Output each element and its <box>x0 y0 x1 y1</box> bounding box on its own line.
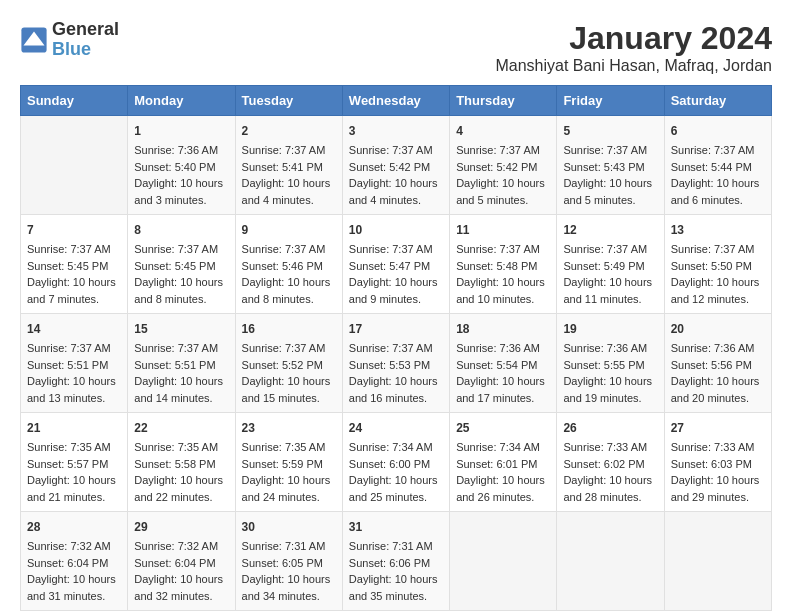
day-info: Sunrise: 7:37 AM Sunset: 5:42 PM Dayligh… <box>456 144 545 206</box>
weekday-header: Tuesday <box>235 86 342 116</box>
day-info: Sunrise: 7:37 AM Sunset: 5:48 PM Dayligh… <box>456 243 545 305</box>
day-info: Sunrise: 7:37 AM Sunset: 5:46 PM Dayligh… <box>242 243 331 305</box>
calendar-cell: 15Sunrise: 7:37 AM Sunset: 5:51 PM Dayli… <box>128 314 235 413</box>
day-info: Sunrise: 7:34 AM Sunset: 6:01 PM Dayligh… <box>456 441 545 503</box>
day-number: 20 <box>671 320 765 338</box>
day-number: 4 <box>456 122 550 140</box>
calendar-cell: 30Sunrise: 7:31 AM Sunset: 6:05 PM Dayli… <box>235 512 342 611</box>
calendar-cell: 1Sunrise: 7:36 AM Sunset: 5:40 PM Daylig… <box>128 116 235 215</box>
calendar-cell: 14Sunrise: 7:37 AM Sunset: 5:51 PM Dayli… <box>21 314 128 413</box>
day-number: 26 <box>563 419 657 437</box>
day-info: Sunrise: 7:35 AM Sunset: 5:58 PM Dayligh… <box>134 441 223 503</box>
weekday-header: Sunday <box>21 86 128 116</box>
logo: General Blue <box>20 20 119 60</box>
calendar-cell: 11Sunrise: 7:37 AM Sunset: 5:48 PM Dayli… <box>450 215 557 314</box>
day-number: 25 <box>456 419 550 437</box>
day-info: Sunrise: 7:37 AM Sunset: 5:53 PM Dayligh… <box>349 342 438 404</box>
day-number: 9 <box>242 221 336 239</box>
logo-text: General Blue <box>52 20 119 60</box>
calendar-cell: 6Sunrise: 7:37 AM Sunset: 5:44 PM Daylig… <box>664 116 771 215</box>
day-info: Sunrise: 7:37 AM Sunset: 5:52 PM Dayligh… <box>242 342 331 404</box>
day-info: Sunrise: 7:31 AM Sunset: 6:06 PM Dayligh… <box>349 540 438 602</box>
day-number: 11 <box>456 221 550 239</box>
day-number: 12 <box>563 221 657 239</box>
calendar-cell: 7Sunrise: 7:37 AM Sunset: 5:45 PM Daylig… <box>21 215 128 314</box>
calendar-week-row: 28Sunrise: 7:32 AM Sunset: 6:04 PM Dayli… <box>21 512 772 611</box>
calendar-cell: 3Sunrise: 7:37 AM Sunset: 5:42 PM Daylig… <box>342 116 449 215</box>
day-info: Sunrise: 7:37 AM Sunset: 5:47 PM Dayligh… <box>349 243 438 305</box>
calendar-cell: 24Sunrise: 7:34 AM Sunset: 6:00 PM Dayli… <box>342 413 449 512</box>
calendar-cell <box>557 512 664 611</box>
day-number: 19 <box>563 320 657 338</box>
calendar-week-row: 7Sunrise: 7:37 AM Sunset: 5:45 PM Daylig… <box>21 215 772 314</box>
day-info: Sunrise: 7:33 AM Sunset: 6:02 PM Dayligh… <box>563 441 652 503</box>
day-info: Sunrise: 7:37 AM Sunset: 5:45 PM Dayligh… <box>27 243 116 305</box>
calendar-cell: 12Sunrise: 7:37 AM Sunset: 5:49 PM Dayli… <box>557 215 664 314</box>
calendar-cell: 21Sunrise: 7:35 AM Sunset: 5:57 PM Dayli… <box>21 413 128 512</box>
weekday-header: Monday <box>128 86 235 116</box>
calendar-cell: 25Sunrise: 7:34 AM Sunset: 6:01 PM Dayli… <box>450 413 557 512</box>
day-info: Sunrise: 7:37 AM Sunset: 5:44 PM Dayligh… <box>671 144 760 206</box>
calendar-cell: 4Sunrise: 7:37 AM Sunset: 5:42 PM Daylig… <box>450 116 557 215</box>
weekday-header-row: SundayMondayTuesdayWednesdayThursdayFrid… <box>21 86 772 116</box>
day-number: 3 <box>349 122 443 140</box>
logo-icon <box>20 26 48 54</box>
location: Manshiyat Bani Hasan, Mafraq, Jordan <box>495 57 772 75</box>
day-info: Sunrise: 7:37 AM Sunset: 5:41 PM Dayligh… <box>242 144 331 206</box>
day-info: Sunrise: 7:34 AM Sunset: 6:00 PM Dayligh… <box>349 441 438 503</box>
day-number: 17 <box>349 320 443 338</box>
calendar-cell: 22Sunrise: 7:35 AM Sunset: 5:58 PM Dayli… <box>128 413 235 512</box>
calendar-cell: 10Sunrise: 7:37 AM Sunset: 5:47 PM Dayli… <box>342 215 449 314</box>
calendar-cell: 9Sunrise: 7:37 AM Sunset: 5:46 PM Daylig… <box>235 215 342 314</box>
calendar-week-row: 21Sunrise: 7:35 AM Sunset: 5:57 PM Dayli… <box>21 413 772 512</box>
calendar-cell: 29Sunrise: 7:32 AM Sunset: 6:04 PM Dayli… <box>128 512 235 611</box>
day-info: Sunrise: 7:31 AM Sunset: 6:05 PM Dayligh… <box>242 540 331 602</box>
calendar-cell: 17Sunrise: 7:37 AM Sunset: 5:53 PM Dayli… <box>342 314 449 413</box>
day-info: Sunrise: 7:37 AM Sunset: 5:42 PM Dayligh… <box>349 144 438 206</box>
calendar-cell: 8Sunrise: 7:37 AM Sunset: 5:45 PM Daylig… <box>128 215 235 314</box>
day-number: 18 <box>456 320 550 338</box>
day-number: 22 <box>134 419 228 437</box>
day-info: Sunrise: 7:37 AM Sunset: 5:49 PM Dayligh… <box>563 243 652 305</box>
calendar-cell: 23Sunrise: 7:35 AM Sunset: 5:59 PM Dayli… <box>235 413 342 512</box>
weekday-header: Thursday <box>450 86 557 116</box>
day-number: 21 <box>27 419 121 437</box>
day-info: Sunrise: 7:37 AM Sunset: 5:43 PM Dayligh… <box>563 144 652 206</box>
calendar-cell: 18Sunrise: 7:36 AM Sunset: 5:54 PM Dayli… <box>450 314 557 413</box>
day-number: 8 <box>134 221 228 239</box>
day-info: Sunrise: 7:32 AM Sunset: 6:04 PM Dayligh… <box>134 540 223 602</box>
calendar-cell <box>664 512 771 611</box>
calendar-cell: 19Sunrise: 7:36 AM Sunset: 5:55 PM Dayli… <box>557 314 664 413</box>
calendar-table: SundayMondayTuesdayWednesdayThursdayFrid… <box>20 85 772 611</box>
calendar-cell: 27Sunrise: 7:33 AM Sunset: 6:03 PM Dayli… <box>664 413 771 512</box>
logo-blue-text: Blue <box>52 40 119 60</box>
calendar-cell: 31Sunrise: 7:31 AM Sunset: 6:06 PM Dayli… <box>342 512 449 611</box>
month-title: January 2024 <box>495 20 772 57</box>
day-number: 16 <box>242 320 336 338</box>
calendar-cell: 20Sunrise: 7:36 AM Sunset: 5:56 PM Dayli… <box>664 314 771 413</box>
day-info: Sunrise: 7:36 AM Sunset: 5:40 PM Dayligh… <box>134 144 223 206</box>
weekday-header: Friday <box>557 86 664 116</box>
day-number: 15 <box>134 320 228 338</box>
calendar-week-row: 14Sunrise: 7:37 AM Sunset: 5:51 PM Dayli… <box>21 314 772 413</box>
calendar-cell: 28Sunrise: 7:32 AM Sunset: 6:04 PM Dayli… <box>21 512 128 611</box>
day-info: Sunrise: 7:35 AM Sunset: 5:59 PM Dayligh… <box>242 441 331 503</box>
calendar-cell: 16Sunrise: 7:37 AM Sunset: 5:52 PM Dayli… <box>235 314 342 413</box>
day-number: 1 <box>134 122 228 140</box>
day-number: 28 <box>27 518 121 536</box>
calendar-week-row: 1Sunrise: 7:36 AM Sunset: 5:40 PM Daylig… <box>21 116 772 215</box>
day-number: 14 <box>27 320 121 338</box>
day-number: 2 <box>242 122 336 140</box>
calendar-cell <box>21 116 128 215</box>
day-number: 6 <box>671 122 765 140</box>
day-number: 27 <box>671 419 765 437</box>
calendar-cell: 26Sunrise: 7:33 AM Sunset: 6:02 PM Dayli… <box>557 413 664 512</box>
day-number: 5 <box>563 122 657 140</box>
day-info: Sunrise: 7:37 AM Sunset: 5:45 PM Dayligh… <box>134 243 223 305</box>
day-number: 24 <box>349 419 443 437</box>
day-info: Sunrise: 7:32 AM Sunset: 6:04 PM Dayligh… <box>27 540 116 602</box>
day-number: 30 <box>242 518 336 536</box>
day-number: 23 <box>242 419 336 437</box>
day-number: 10 <box>349 221 443 239</box>
logo-general-text: General <box>52 20 119 40</box>
